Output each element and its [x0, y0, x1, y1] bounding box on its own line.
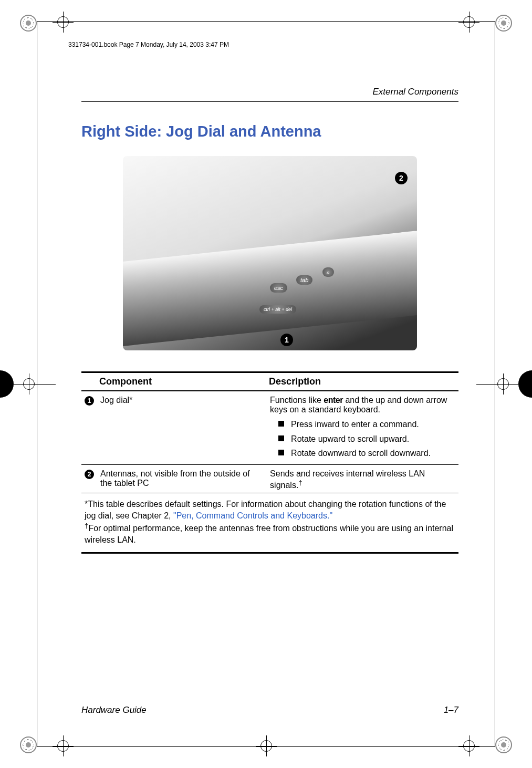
page-footer: Hardware Guide 1–7 [81, 705, 458, 715]
row-badge-2: 2 [85, 470, 94, 479]
registration-target-icon [20, 15, 37, 32]
figure-label-ctrl-alt-del: ctrl + alt + del [259, 305, 296, 314]
table-row: 2 Antennas, not visible from the outside… [81, 465, 458, 493]
figure-label-a: a [322, 267, 334, 277]
registration-target-icon [20, 736, 37, 753]
footnote-row: *This table describes default settings. … [81, 493, 458, 548]
table-header-row: Component Description [81, 372, 458, 391]
page-content: External Components Right Side: Jog Dial… [81, 87, 458, 554]
running-head: External Components [81, 87, 458, 102]
component-jog-dial: Jog dial* [97, 391, 267, 464]
header-component: Component [97, 372, 267, 391]
header-description: Description [267, 372, 458, 391]
bullet-list: Press inward to enter a command. Rotate … [270, 419, 455, 459]
list-item: Rotate downward to scroll downward. [270, 448, 455, 459]
section-title: Right Side: Jog Dial and Antenna [81, 123, 458, 140]
figure-label-esc: esc [270, 283, 287, 293]
registration-target-icon [495, 15, 512, 32]
footer-left: Hardware Guide [81, 705, 147, 715]
registration-target-icon [495, 736, 512, 753]
row-badge-1: 1 [85, 396, 94, 406]
component-table: Component Description 1 Jog dial* Functi… [81, 371, 458, 554]
figure-label-tab: tab [296, 275, 312, 285]
book-header-text: 331734-001.book Page 7 Monday, July 14, … [68, 41, 229, 48]
dagger-mark: † [298, 479, 302, 486]
desc-text: Sends and receives internal wireless LAN… [270, 469, 425, 490]
description-antennas: Sends and receives internal wireless LAN… [267, 465, 458, 493]
description-jog-dial: Functions like enter and the up and down… [267, 391, 458, 464]
product-figure: esc tab a ctrl + alt + del 1 2 [123, 156, 417, 350]
side-crop-mark-left [0, 370, 14, 398]
callout-badge-1: 1 [280, 334, 293, 346]
table-row: 1 Jog dial* Functions like enter and the… [81, 391, 458, 464]
cross-reference-link[interactable]: "Pen, Command Controls and Keyboards." [173, 511, 332, 520]
crosshair-icon [18, 373, 39, 395]
crosshair-icon [493, 373, 514, 395]
callout-badge-2: 2 [395, 172, 408, 184]
table-end-rule [81, 548, 458, 553]
desc-text: Functions like [270, 396, 324, 404]
component-antennas: Antennas, not visible from the outside o… [97, 465, 267, 493]
list-item: Press inward to enter a command. [270, 419, 455, 430]
footer-page-number: 1–7 [444, 705, 458, 715]
enter-key-bold: enter [324, 396, 343, 404]
footnote-2-text: For optimal performance, keep the antenn… [85, 524, 453, 545]
side-crop-mark-right [518, 370, 532, 398]
list-item: Rotate upward to scroll upward. [270, 433, 455, 445]
